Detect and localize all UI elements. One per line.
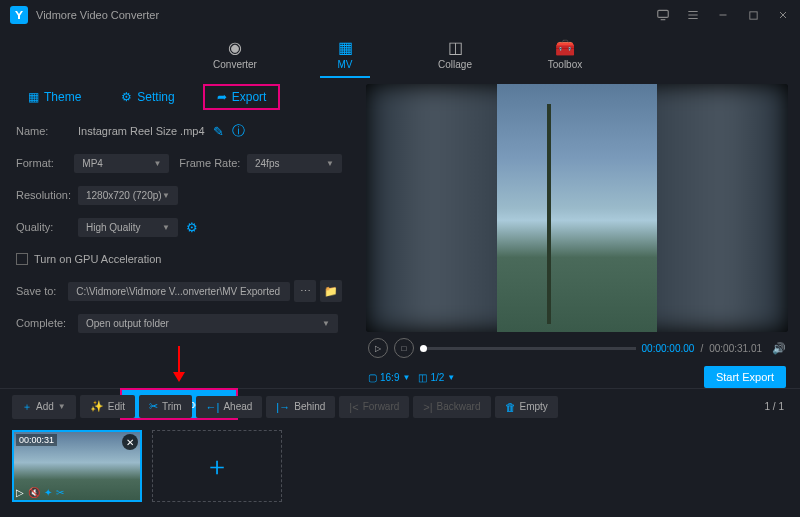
complete-label: Complete: — [16, 317, 78, 329]
ahead-icon: ←| — [206, 401, 220, 413]
aspect-icon: ▢ — [368, 372, 377, 383]
svg-rect-1 — [749, 11, 756, 18]
empty-button[interactable]: 🗑Empty — [495, 396, 558, 418]
edit-name-icon[interactable]: ✎ — [213, 124, 224, 139]
tab-export[interactable]: ➦Export — [203, 84, 281, 110]
resolution-select[interactable]: 1280x720 (720p)▼ — [78, 186, 178, 205]
thumb-remove-icon[interactable]: ✕ — [122, 434, 138, 450]
converter-icon: ◉ — [228, 38, 242, 57]
time-total: 00:00:31.01 — [709, 343, 762, 354]
tab-theme[interactable]: ▦Theme — [16, 84, 93, 110]
maximize-icon[interactable] — [746, 8, 760, 22]
nav-toolbox[interactable]: 🧰 Toolbox — [535, 30, 595, 78]
saveto-field[interactable]: C:\Vidmore\Vidmore V...onverter\MV Expor… — [68, 282, 290, 301]
toolbox-icon: 🧰 — [555, 38, 575, 57]
video-preview[interactable] — [366, 84, 788, 332]
nav-collage[interactable]: ◫ Collage — [425, 30, 485, 78]
scissors-icon: ✂ — [149, 400, 158, 413]
volume-icon[interactable]: 🔊 — [772, 342, 786, 355]
open-folder-icon[interactable]: 📁 — [320, 280, 342, 302]
complete-select[interactable]: Open output folder▼ — [78, 314, 338, 333]
theme-icon: ▦ — [28, 90, 39, 104]
edit-button[interactable]: ✨Edit — [80, 395, 135, 418]
page-select[interactable]: ◫1/2▼ — [418, 372, 455, 383]
format-select[interactable]: MP4▼ — [74, 154, 169, 173]
resolution-label: Resolution: — [16, 189, 78, 201]
forward-icon: |< — [349, 401, 358, 413]
thumb-play-icon[interactable]: ▷ — [16, 487, 24, 498]
left-panel: ▦Theme ⚙Setting ➦Export Name: Instagram … — [0, 78, 358, 388]
trim-button[interactable]: ✂Trim — [139, 395, 192, 418]
trash-icon: 🗑 — [505, 401, 516, 413]
play-button[interactable]: ▷ — [368, 338, 388, 358]
quality-select[interactable]: High Quality▼ — [78, 218, 178, 237]
callout-arrow-icon — [16, 346, 342, 382]
titlebar: Vidmore Video Converter — [0, 0, 800, 30]
behind-button[interactable]: |→Behind — [266, 396, 335, 418]
quality-gear-icon[interactable]: ⚙ — [186, 220, 198, 235]
backward-button[interactable]: >|Backward — [413, 396, 490, 418]
page-icon: ◫ — [418, 372, 427, 383]
time-current: 00:00:00.00 — [642, 343, 695, 354]
stop-button[interactable]: □ — [394, 338, 414, 358]
framerate-select[interactable]: 24fps▼ — [247, 154, 342, 173]
quality-label: Quality: — [16, 221, 78, 233]
format-label: Format: — [16, 157, 74, 169]
framerate-label: Frame Rate: — [179, 157, 247, 169]
feedback-icon[interactable] — [656, 8, 670, 22]
top-nav: ◉ Converter ▦ MV ◫ Collage 🧰 Toolbox — [0, 30, 800, 78]
right-panel: ▷ □ 00:00:00.00/00:00:31.01 🔊 ▢16:9▼ ◫1/… — [358, 78, 800, 388]
thumb-mute-icon[interactable]: 🔇 — [28, 487, 40, 498]
progress-bar[interactable] — [420, 347, 636, 350]
browse-button[interactable]: ⋯ — [294, 280, 316, 302]
setting-icon: ⚙ — [121, 90, 132, 104]
svg-rect-0 — [658, 10, 669, 17]
minimize-icon[interactable] — [716, 8, 730, 22]
info-icon[interactable]: ⓘ — [232, 122, 245, 140]
ahead-button[interactable]: ←|Ahead — [196, 396, 263, 418]
thumb-star-icon[interactable]: ✦ — [44, 487, 52, 498]
gpu-label: Turn on GPU Acceleration — [34, 253, 161, 265]
behind-icon: |→ — [276, 401, 290, 413]
name-label: Name: — [16, 125, 78, 137]
aspect-select[interactable]: ▢16:9▼ — [368, 372, 410, 383]
thumb-scissors-icon[interactable]: ✂ — [56, 487, 64, 498]
close-icon[interactable] — [776, 8, 790, 22]
tab-setting[interactable]: ⚙Setting — [109, 84, 186, 110]
export-icon: ➦ — [217, 90, 227, 104]
app-title: Vidmore Video Converter — [36, 9, 656, 21]
wand-icon: ✨ — [90, 400, 104, 413]
backward-icon: >| — [423, 401, 432, 413]
collage-icon: ◫ — [448, 38, 463, 57]
start-export-button-2[interactable]: Start Export — [704, 366, 786, 388]
svg-marker-3 — [173, 372, 185, 382]
gpu-checkbox[interactable] — [16, 253, 28, 265]
forward-button[interactable]: |<Forward — [339, 396, 409, 418]
thumbnail-1[interactable]: 00:00:31 ✕ ▷ 🔇 ✦ ✂ — [12, 430, 142, 502]
saveto-label: Save to: — [16, 285, 68, 297]
name-value: Instagram Reel Size .mp4 — [78, 125, 205, 137]
nav-converter[interactable]: ◉ Converter — [205, 30, 265, 78]
nav-mv[interactable]: ▦ MV — [315, 30, 375, 78]
thumb-duration: 00:00:31 — [16, 434, 57, 446]
menu-icon[interactable] — [686, 8, 700, 22]
thumbnail-strip: 00:00:31 ✕ ▷ 🔇 ✦ ✂ ＋ — [0, 424, 800, 508]
page-counter: 1 / 1 — [765, 401, 784, 412]
mv-icon: ▦ — [338, 38, 353, 57]
add-button[interactable]: ＋Add▼ — [12, 395, 76, 419]
add-thumbnail-button[interactable]: ＋ — [152, 430, 282, 502]
app-logo — [10, 6, 28, 24]
